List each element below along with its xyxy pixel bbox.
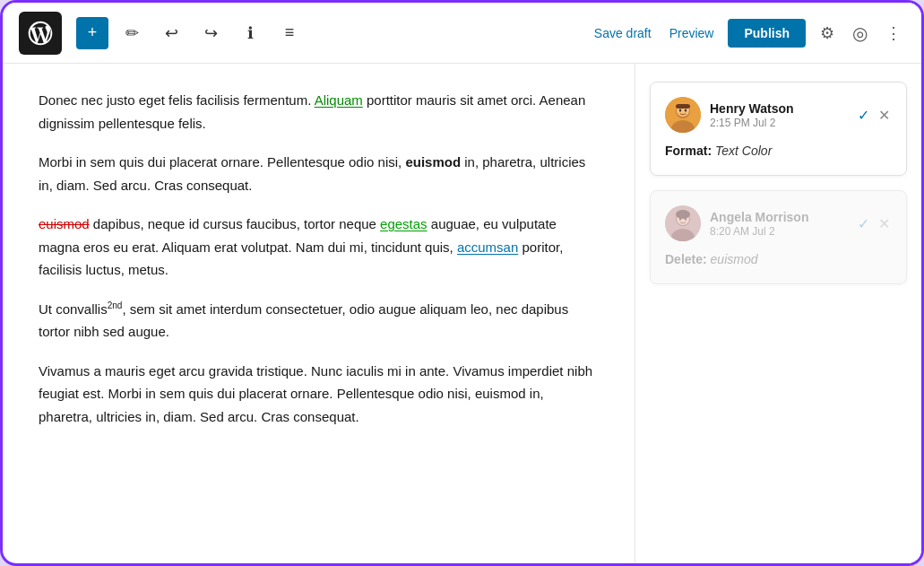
- add-icon: +: [88, 23, 98, 42]
- henry-name: Henry Watson: [710, 101, 847, 116]
- redo-icon: ↪: [204, 23, 218, 43]
- redo-button[interactable]: ↪: [194, 17, 227, 49]
- henry-time: 2:15 PM Jul 2: [710, 117, 847, 129]
- list-view-button[interactable]: ≡: [273, 17, 306, 49]
- main-content: Donec nec justo eget felis facilisis fer…: [3, 64, 921, 563]
- henry-approve-button[interactable]: ✓: [856, 105, 871, 126]
- undo-icon: ↩: [165, 23, 178, 43]
- angela-comment-actions: ✓ ✕: [856, 213, 892, 234]
- angela-comment-body: Delete: euismod: [665, 250, 892, 269]
- svg-rect-6: [676, 104, 690, 109]
- undo-button[interactable]: ↩: [155, 17, 187, 49]
- preview-button[interactable]: Preview: [666, 21, 718, 46]
- henry-comment-actions: ✓ ✕: [856, 105, 892, 126]
- accumsan-link[interactable]: accumsan: [457, 239, 518, 255]
- svg-point-13: [676, 210, 690, 219]
- avatar-henry: [665, 97, 701, 133]
- angela-approve-button[interactable]: ✓: [856, 213, 871, 234]
- more-icon: ⋮: [885, 23, 902, 43]
- more-options-button[interactable]: ⋮: [882, 20, 905, 47]
- app-window: + ✏ ↩ ↪ ℹ ≡ Save draft Preview Publish: [0, 0, 924, 566]
- add-block-button[interactable]: +: [76, 17, 108, 49]
- comment-header-angela: Angela Morrison 8:20 AM Jul 2 ✓ ✕: [665, 205, 892, 241]
- avatar-angela: [665, 205, 701, 241]
- search-icon: ◎: [852, 22, 868, 44]
- list-icon: ≡: [285, 23, 295, 42]
- wordpress-icon: [26, 19, 55, 48]
- info-icon: ℹ: [247, 23, 254, 43]
- pen-icon: ✏: [125, 23, 139, 43]
- paragraph-5: Vivamus a mauris eget arcu gravida trist…: [39, 360, 599, 429]
- settings-button[interactable]: ⚙: [816, 20, 838, 47]
- info-button[interactable]: ℹ: [234, 17, 266, 49]
- egestas-link[interactable]: egestas: [380, 216, 427, 231]
- comment-meta-angela: Angela Morrison 8:20 AM Jul 2: [710, 210, 847, 238]
- gear-icon: ⚙: [820, 23, 834, 43]
- comment-meta-henry: Henry Watson 2:15 PM Jul 2: [710, 101, 847, 129]
- paragraph-2: Morbi in sem quis dui placerat ornare. P…: [39, 151, 599, 196]
- comment-header-henry: Henry Watson 2:15 PM Jul 2 ✓ ✕: [665, 97, 892, 133]
- editor-area[interactable]: Donec nec justo eget felis facilisis fer…: [3, 64, 635, 563]
- paragraph-3: euismod dapibus, neque id cursus faucibu…: [39, 213, 599, 282]
- save-draft-button[interactable]: Save draft: [591, 21, 655, 46]
- paragraph-4: Ut convallis2nd, sem sit amet interdum c…: [39, 298, 599, 344]
- toolbar-right: Save draft Preview Publish ⚙ ◎ ⋮: [591, 19, 905, 48]
- svg-point-4: [679, 109, 681, 112]
- publish-button[interactable]: Publish: [728, 19, 806, 48]
- comments-sidebar: Henry Watson 2:15 PM Jul 2 ✓ ✕ Format: T…: [635, 64, 921, 563]
- angela-name: Angela Morrison: [710, 210, 847, 224]
- paragraph-1: Donec nec justo eget felis facilisis fer…: [39, 89, 599, 135]
- angela-dismiss-button[interactable]: ✕: [877, 213, 892, 234]
- comment-card-angela: Angela Morrison 8:20 AM Jul 2 ✓ ✕ Delete…: [650, 190, 907, 284]
- superscript-2nd: 2nd: [108, 300, 123, 310]
- angela-time: 8:20 AM Jul 2: [710, 225, 847, 238]
- svg-point-5: [685, 109, 687, 112]
- henry-comment-body: Format: Text Color: [665, 142, 892, 161]
- wp-logo: [19, 12, 62, 55]
- search-button[interactable]: ◎: [849, 19, 871, 48]
- toolbar: + ✏ ↩ ↪ ℹ ≡ Save draft Preview Publish: [3, 3, 921, 64]
- toolbar-left: + ✏ ↩ ↪ ℹ ≡: [19, 12, 306, 55]
- angela-avatar-svg: [665, 205, 701, 241]
- henry-dismiss-button[interactable]: ✕: [877, 105, 892, 126]
- comment-card-henry: Henry Watson 2:15 PM Jul 2 ✓ ✕ Format: T…: [650, 82, 907, 176]
- henry-avatar-svg: [665, 97, 701, 133]
- aliquam-link[interactable]: Aliquam: [315, 92, 363, 108]
- pen-tool-button[interactable]: ✏: [116, 17, 148, 49]
- euismod-strikethrough: euismod: [39, 216, 90, 231]
